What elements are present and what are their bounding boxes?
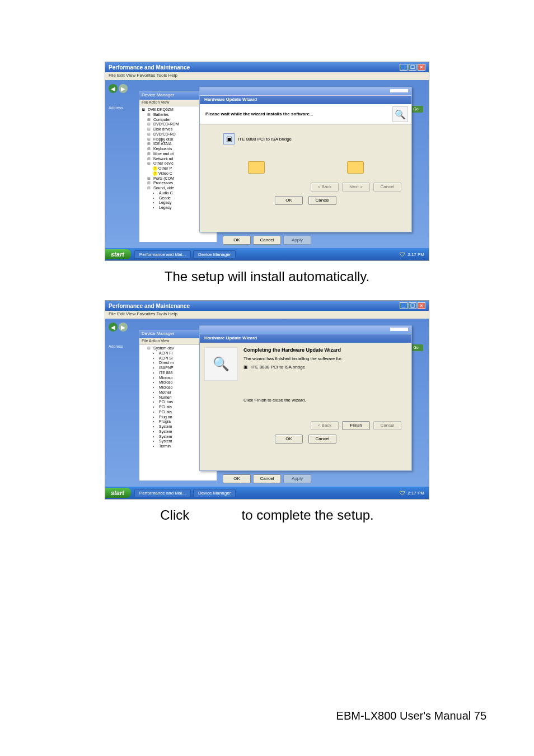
folder-dest-icon [347, 161, 364, 174]
device-chip-icon: ▣ [223, 133, 235, 144]
apply-button: Apply [283, 236, 311, 245]
window-title: Performance and Maintenance [109, 64, 190, 71]
ok-button[interactable]: OK [275, 196, 303, 205]
window-title: Performance and Maintenance [109, 303, 190, 309]
device-name: ITE 8888 PCI to ISA bridge [238, 137, 292, 142]
cancel-button: Cancel [373, 183, 401, 192]
taskbar-item-perf[interactable]: Performance and Mai... [134, 250, 191, 259]
wizard-header-section: Hardware Update Wizard [200, 95, 411, 104]
ok-button-outer[interactable]: OK [223, 236, 251, 245]
minimize-icon[interactable]: _ [400, 64, 407, 71]
tray-shield-icon[interactable]: 🛡 [400, 490, 405, 496]
caption-1: The setup will install automatically. [0, 269, 534, 284]
taskbar-item-devmgr[interactable]: Device Manager [193, 489, 236, 497]
taskbar: start Performance and Mai... Device Mana… [105, 487, 429, 499]
tray-clock: 2:17 PM [407, 491, 424, 496]
taskbar-item-devmgr[interactable]: Device Manager [193, 250, 236, 259]
page-footer: EBM-LX800 User's Manual 75 [336, 710, 486, 722]
wizard-complete-heading: Completing the Hardware Update Wizard [243, 347, 407, 353]
back-button: < Back [311, 183, 339, 192]
cancel-button-outer[interactable]: Cancel [253, 236, 281, 245]
wizard-finish-icon: 🔍 [204, 347, 238, 381]
wizard-wait-text: Please wait while the wizard installs th… [205, 111, 313, 116]
prop-tag-help[interactable] [390, 89, 399, 92]
cancel-button-2[interactable]: Cancel [308, 196, 336, 205]
screenshot-installing: Performance and Maintenance _ ☐ × File E… [105, 62, 429, 261]
taskbar-item-perf[interactable]: Performance and Mai... [134, 489, 191, 497]
caption-2: Click to complete the setup. [0, 507, 534, 523]
wizard-header: Please wait while the wizard installs th… [200, 104, 411, 124]
wizard-finish-msg: Click Finish to close the wizard. [243, 398, 407, 403]
nav-forward-icon[interactable]: ▶ [119, 84, 128, 93]
device-name: ITE 8888 PCI to ISA bridge [251, 365, 305, 370]
hardware-wizard-window: Hardware Update Wizard Please wait while… [199, 87, 412, 232]
device-chip-icon: ▣ [243, 365, 248, 370]
cancel-button-2[interactable]: Cancel [308, 435, 336, 444]
wizard-complete-line: The wizard has finished installing the s… [243, 356, 407, 361]
maximize-icon[interactable]: ☐ [409, 302, 416, 309]
address-label: Address [109, 106, 123, 110]
explorer-menubar[interactable]: File Edit View Favorites Tools Help [105, 72, 429, 80]
ok-button[interactable]: OK [275, 435, 303, 444]
wizard-search-icon: 🔍 [392, 106, 408, 122]
next-button: Next > [342, 183, 370, 192]
finish-button[interactable]: Finish [342, 421, 370, 430]
tray-shield-icon[interactable]: 🛡 [400, 251, 405, 258]
nav-back-icon[interactable]: ◀ [109, 323, 118, 332]
start-button[interactable]: start [105, 249, 131, 259]
start-button[interactable]: start [105, 488, 131, 498]
tray-clock: 2:17 PM [407, 252, 424, 257]
wizard-header-section: Hardware Update Wizard [200, 334, 411, 343]
cancel-button: Cancel [373, 421, 401, 430]
folder-source-icon [248, 161, 265, 174]
hardware-wizard-window: Hardware Update Wizard 🔍 Completing the … [199, 325, 412, 471]
cancel-button-outer[interactable]: Cancel [253, 474, 281, 483]
window-titlebar: Performance and Maintenance _ ☐ × [105, 62, 429, 72]
maximize-icon[interactable]: ☐ [409, 64, 416, 71]
close-icon[interactable]: × [418, 302, 425, 309]
nav-forward-icon[interactable]: ▶ [119, 323, 128, 332]
prop-tag-help[interactable] [390, 328, 399, 331]
prop-tag-close[interactable] [399, 89, 408, 92]
explorer-menubar[interactable]: File Edit View Favorites Tools Help [105, 311, 429, 319]
ok-button-outer[interactable]: OK [223, 474, 251, 483]
nav-back-icon[interactable]: ◀ [109, 84, 118, 93]
screenshot-complete: Performance and Maintenance _ ☐ × File E… [105, 300, 429, 500]
minimize-icon[interactable]: _ [400, 302, 407, 309]
prop-tag-close[interactable] [399, 328, 408, 331]
back-button: < Back [311, 421, 339, 430]
taskbar: start Performance and Mai... Device Mana… [105, 248, 429, 260]
window-titlebar: Performance and Maintenance _ ☐ × [105, 301, 429, 311]
close-icon[interactable]: × [418, 64, 425, 71]
apply-button: Apply [283, 474, 311, 483]
address-label: Address [109, 344, 123, 348]
